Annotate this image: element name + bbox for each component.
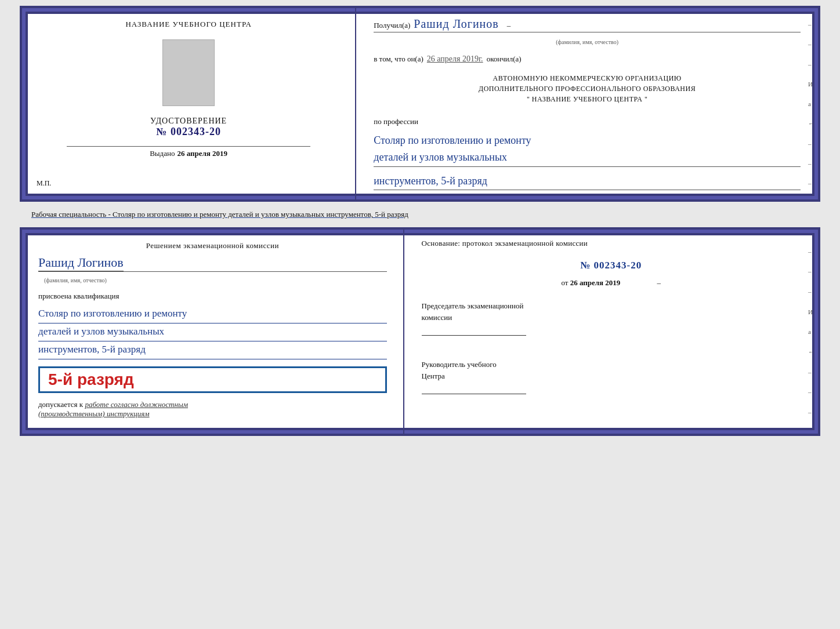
- vydano-date: 26 апреля 2019: [177, 149, 227, 158]
- org-line3: " НАЗВАНИЕ УЧЕБНОГО ЦЕНТРА ": [374, 94, 801, 104]
- center-title: НАЗВАНИЕ УЧЕБНОГО ЦЕНТРА: [125, 20, 251, 29]
- osnovanie-text: Основание: протокол экзаменационной коми…: [422, 239, 801, 248]
- ot-date-row: от 26 апреля 2019 –: [422, 278, 801, 288]
- cert-top-left: НАЗВАНИЕ УЧЕБНОГО ЦЕНТРА УДОСТОВЕРЕНИЕ №…: [22, 8, 356, 199]
- dopuskaetsya-value: работе согласно должностным: [85, 400, 188, 409]
- vydano-row: Выдано 26 апреля 2019: [150, 149, 227, 158]
- recipient-name: Рашид Логинов: [414, 17, 498, 31]
- side-dashes-bottom: – – – И а ← – – –: [808, 230, 814, 434]
- mp-label: М.П.: [37, 179, 51, 188]
- bottom-recipient-name: Рашид Логинов: [38, 255, 124, 271]
- dopuskaetsya-row: допускается к работе согласно должностны…: [38, 400, 387, 419]
- cert-number: № 002343-20: [150, 126, 227, 138]
- profession-line2: деталей и узлов музыкальных: [374, 151, 507, 163]
- dash-right: –: [507, 21, 511, 30]
- photo-placeholder: [162, 39, 215, 106]
- predsedatel-sign-line: [422, 325, 526, 336]
- ot-date: 26 апреля 2019: [570, 278, 621, 287]
- profession-line1: Столяр по изготовлению и ремонту: [374, 134, 531, 146]
- vtom-row: в том, что он(а) 26 апреля 2019г. окончи…: [374, 54, 801, 64]
- fio-subtitle-bottom: (фамилия, имя, отчество): [44, 277, 387, 283]
- org-line2: ДОПОЛНИТЕЛЬНОГО ПРОФЕССИОНАЛЬНОГО ОБРАЗО…: [374, 83, 801, 94]
- rukovoditel-label: Руководитель учебного Центра: [422, 359, 801, 381]
- rukovoditel-sign-line: [422, 384, 526, 394]
- org-line1: АВТОНОМНУЮ НЕКОММЕРЧЕСКУЮ ОРГАНИЗАЦИЮ: [374, 73, 801, 83]
- qualification-text: Столяр по изготовлению и ремонту деталей…: [38, 306, 387, 359]
- cert-bottom-right: Основание: протокол экзаменационной коми…: [404, 230, 818, 434]
- specialty-text: Рабочая специальность - Столяр по изгото…: [20, 206, 820, 223]
- prisvoena-label: присвоена квалификация: [38, 292, 387, 301]
- rank-badge: 5-й разряд: [38, 366, 387, 393]
- udostoverenie-block: УДОСТОВЕРЕНИЕ № 002343-20: [150, 117, 227, 138]
- side-dashes-top: – – – И а ← – – –: [808, 8, 814, 199]
- vydano-label: Выдано: [150, 149, 175, 158]
- dopuskaetsya-label: допускается к: [38, 400, 83, 409]
- udostoverenie-label: УДОСТОВЕРЕНИЕ: [150, 117, 227, 126]
- qual-line2: деталей и узлов музыкальных: [38, 323, 387, 341]
- predsedatel-label: Председатель экзаменационной комиссии: [422, 300, 801, 323]
- rank-text: 5-й разряд: [48, 370, 134, 388]
- proto-number: № 002343-20: [422, 260, 801, 271]
- profession-line3: инструментов, 5-й разряд: [374, 173, 801, 191]
- instruktsii-value: (производственным) инструкциям: [38, 409, 150, 418]
- rukovoditel-block: Руководитель учебного Центра: [422, 352, 801, 394]
- qual-line3: инструментов, 5-й разряд: [38, 341, 387, 359]
- vtom-date: 26 апреля 2019г.: [427, 54, 483, 64]
- vtom-label: в том, что он(а): [374, 54, 423, 64]
- decision-text: Решением экзаменационной комиссии: [38, 241, 387, 250]
- cert-bottom-left: Решением экзаменационной комиссии Рашид …: [22, 230, 404, 434]
- top-certificate: НАЗВАНИЕ УЧЕБНОГО ЦЕНТРА УДОСТОВЕРЕНИЕ №…: [20, 6, 820, 202]
- profession-text: Столяр по изготовлению и ремонту деталей…: [374, 132, 801, 167]
- poluchil-label: Получил(а): [374, 21, 410, 30]
- cert-top-right: Получил(а) Рашид Логинов – (фамилия, имя…: [356, 8, 818, 199]
- predsedatel-block: Председатель экзаменационной комиссии: [422, 300, 801, 336]
- bottom-certificate: Решением экзаменационной комиссии Рашид …: [20, 227, 820, 436]
- po-professii-label: по профессии: [374, 117, 801, 126]
- ot-label: от: [561, 278, 568, 287]
- org-block: АВТОНОМНУЮ НЕКОММЕРЧЕСКУЮ ОРГАНИЗАЦИЮ ДО…: [374, 73, 801, 104]
- right-dash1: –: [657, 278, 661, 287]
- okonchil-label: окончил(а): [487, 54, 522, 64]
- fio-subtitle-top: (фамилия, имя, отчество): [374, 39, 801, 45]
- qual-line1: Столяр по изготовлению и ремонту: [38, 306, 387, 323]
- divider: [67, 146, 310, 147]
